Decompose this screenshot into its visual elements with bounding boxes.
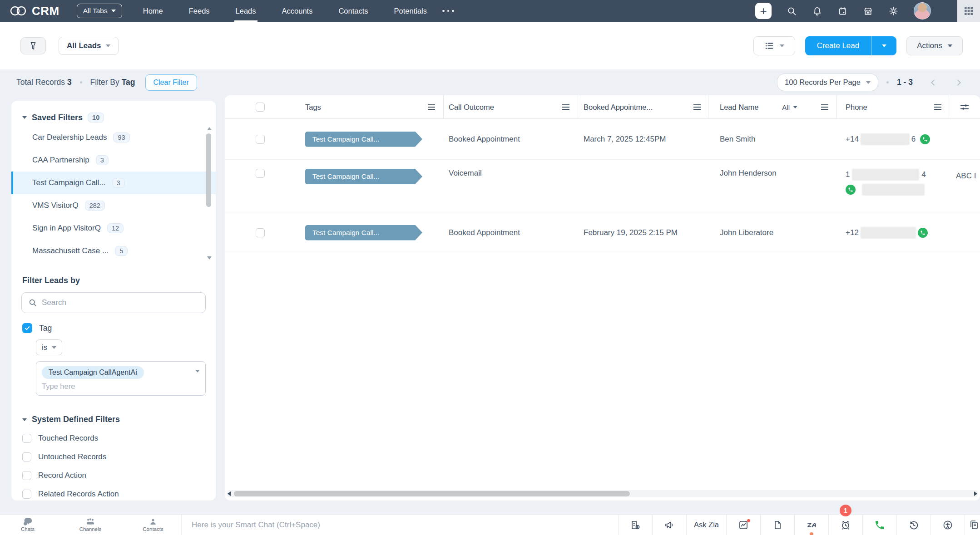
notes-button[interactable] <box>760 515 794 535</box>
saved-filter-item-selected[interactable]: Test Campaign Call... 3 <box>11 172 216 194</box>
search-input[interactable] <box>42 298 199 307</box>
untouched-records-checkbox[interactable] <box>22 452 31 461</box>
tag-chip[interactable]: Test Campaign Call... <box>305 169 422 184</box>
contacts-button[interactable]: Contacts <box>134 518 173 532</box>
row-checkbox[interactable] <box>256 169 265 178</box>
quick-create-plus-button[interactable]: + <box>755 3 772 19</box>
create-lead-button[interactable]: Create Lead <box>805 36 871 55</box>
saved-filter-item[interactable]: Sign in App VisitorQ 12 <box>11 217 216 240</box>
lead-name-filter-dropdown[interactable]: All <box>782 103 797 111</box>
nav-overflow-ellipsis-icon[interactable] <box>442 0 454 22</box>
sign-document-button[interactable] <box>618 515 652 535</box>
all-tabs-button[interactable]: All Tabs <box>77 4 122 18</box>
table-row[interactable]: Test Campaign Call... Voicemail John Hen… <box>225 160 980 212</box>
saved-filter-item[interactable]: Car Dealership Leads 93 <box>11 126 216 149</box>
calendar-icon[interactable] <box>837 6 848 16</box>
chevron-down-icon <box>882 44 886 47</box>
scrollbar-thumb[interactable] <box>234 491 630 496</box>
call-phone-icon[interactable] <box>918 228 928 238</box>
column-header-booked-appointment[interactable]: Booked Appointme... <box>578 95 708 119</box>
column-header-tags[interactable]: Tags <box>277 95 444 119</box>
reminders-button[interactable]: 1 <box>828 515 862 535</box>
app-window: CRM All Tabs Home Feeds Leads Accounts C… <box>0 0 980 535</box>
view-selector-all-leads[interactable]: All Leads <box>59 37 119 55</box>
channels-button[interactable]: Channels <box>71 518 110 532</box>
tag-chip[interactable]: Test Campaign Call... <box>305 132 422 147</box>
nav-feeds[interactable]: Feeds <box>189 0 210 22</box>
nav-contacts[interactable]: Contacts <box>338 0 368 22</box>
record-action-checkbox[interactable] <box>22 471 31 480</box>
sidebar-vertical-scrollbar[interactable] <box>206 127 212 260</box>
related-records-action-checkbox[interactable] <box>22 490 31 499</box>
nav-potentials[interactable]: Potentials <box>394 0 427 22</box>
tag-type-input[interactable] <box>42 382 184 391</box>
company-cell-peek: ABC I <box>956 172 976 181</box>
scroll-down-arrow[interactable] <box>207 256 212 260</box>
chevron-right-icon[interactable] <box>954 78 964 88</box>
telephony-button[interactable] <box>862 515 896 535</box>
zia-signature-button[interactable] <box>794 515 828 535</box>
tag-checkbox-checked[interactable] <box>22 323 32 333</box>
table-row[interactable]: Test Campaign Call... Booked Appointment… <box>225 119 980 160</box>
nav-accounts[interactable]: Accounts <box>282 0 313 22</box>
selected-tag-pill[interactable]: Test Campaign CallAgentAi <box>42 366 144 379</box>
recent-items-button[interactable] <box>896 515 931 535</box>
apps-grid-icon[interactable] <box>957 0 980 22</box>
marketplace-icon[interactable] <box>863 6 873 16</box>
lead-name-cell[interactable]: John Henderson <box>708 160 837 178</box>
system-defined-filters-header[interactable]: System Defined Filters <box>11 415 216 424</box>
tag-value-combobox[interactable]: Test Campaign CallAgentAi <box>36 361 206 396</box>
lead-name-cell[interactable]: Ben Smith <box>708 135 837 144</box>
column-settings-sliders-icon[interactable] <box>959 102 970 113</box>
analytics-button[interactable] <box>726 515 760 535</box>
announcements-button[interactable] <box>652 515 686 535</box>
search-icon[interactable] <box>787 6 797 16</box>
call-phone-icon[interactable] <box>920 134 930 144</box>
all-tabs-label: All Tabs <box>83 7 108 15</box>
records-per-page-select[interactable]: 100 Records Per Page <box>777 74 878 91</box>
saved-filter-item[interactable]: Massachusett Case ... 5 <box>11 240 216 262</box>
column-menu-icon[interactable] <box>821 107 828 108</box>
list-view-toggle-button[interactable] <box>753 36 795 55</box>
call-phone-icon[interactable] <box>846 185 856 195</box>
operator-select[interactable]: is <box>36 339 62 355</box>
saved-filter-label: Sign in App VisitorQ <box>32 224 101 233</box>
scrollbar-thumb[interactable] <box>206 133 211 207</box>
saved-filter-item[interactable]: VMS VisitorQ 282 <box>11 194 216 217</box>
table-row[interactable]: Test Campaign Call... Booked Appointment… <box>225 212 980 253</box>
column-menu-icon[interactable] <box>693 107 701 108</box>
touched-records-checkbox[interactable] <box>22 434 31 443</box>
create-lead-dropdown-button[interactable] <box>871 36 896 55</box>
notifications-bell-icon[interactable] <box>812 6 822 16</box>
copy-pages-button[interactable] <box>965 515 980 535</box>
row-checkbox[interactable] <box>256 228 265 237</box>
clear-filter-button[interactable]: Clear Filter <box>145 74 197 91</box>
nav-home[interactable]: Home <box>143 0 163 22</box>
smart-chat-input[interactable] <box>192 520 618 530</box>
column-header-call-outcome[interactable]: Call Outcome <box>444 95 578 119</box>
column-header-lead-name[interactable]: Lead Name All <box>708 95 837 119</box>
lead-name-cell[interactable]: John Liberatore <box>708 228 837 237</box>
chats-button[interactable]: Chats <box>8 518 47 532</box>
column-menu-icon[interactable] <box>934 107 941 108</box>
column-menu-icon[interactable] <box>562 107 569 108</box>
saved-filter-item[interactable]: CAA Partnership 3 <box>11 149 216 172</box>
actions-button[interactable]: Actions <box>906 36 963 55</box>
scroll-left-arrow[interactable] <box>228 491 231 496</box>
horizontal-scrollbar[interactable] <box>227 490 978 497</box>
accessibility-button[interactable] <box>931 515 965 535</box>
tag-chip[interactable]: Test Campaign Call... <box>305 225 422 241</box>
user-avatar[interactable] <box>914 2 931 20</box>
scroll-right-arrow[interactable] <box>974 491 977 496</box>
ask-zia-button[interactable]: Ask Zia <box>686 515 726 535</box>
scroll-up-arrow[interactable] <box>207 127 212 130</box>
saved-filters-header[interactable]: Saved Filters 10 <box>11 101 216 123</box>
filter-funnel-button[interactable] <box>20 37 46 54</box>
nav-leads[interactable]: Leads <box>236 0 256 22</box>
chevron-left-icon[interactable] <box>928 78 938 88</box>
settings-gear-icon[interactable] <box>888 6 899 16</box>
select-all-checkbox[interactable] <box>256 103 265 112</box>
row-checkbox[interactable] <box>256 135 265 144</box>
column-menu-icon[interactable] <box>428 107 435 108</box>
column-header-phone[interactable]: Phone <box>837 95 949 119</box>
